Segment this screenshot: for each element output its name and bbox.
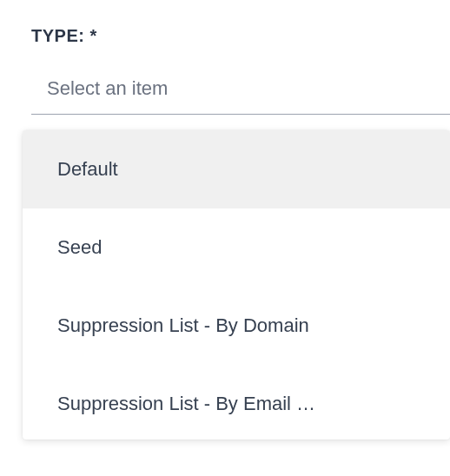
type-field-label: TYPE: * — [31, 26, 450, 46]
dropdown-option-suppression-email[interactable]: Suppression List - By Email … — [23, 365, 450, 440]
dropdown-option-default[interactable]: Default — [23, 130, 450, 208]
type-dropdown-panel: Default Seed Suppression List - By Domai… — [23, 130, 450, 440]
type-select-input[interactable]: Select an item — [31, 70, 450, 115]
dropdown-option-suppression-domain[interactable]: Suppression List - By Domain — [23, 287, 450, 365]
dropdown-option-seed[interactable]: Seed — [23, 208, 450, 287]
